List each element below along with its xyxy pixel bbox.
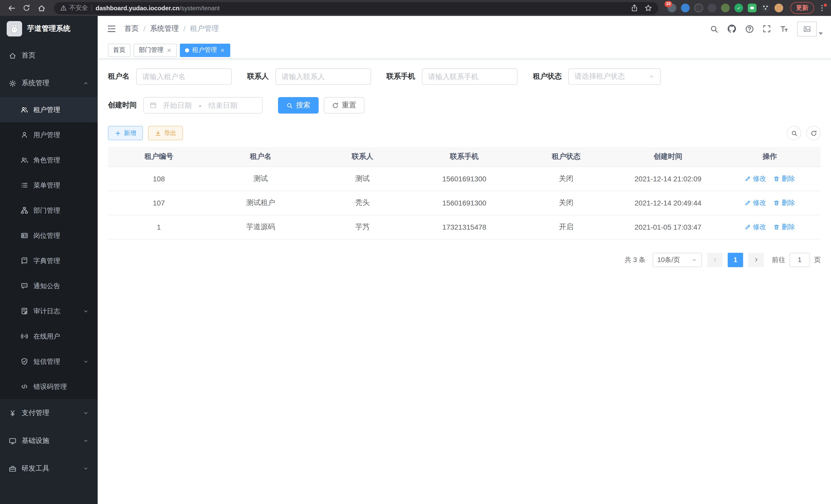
edit-button[interactable]: 修改	[745, 198, 766, 207]
browser-extension-icon-1[interactable]: 10	[667, 4, 676, 12]
tab-label: 部门管理	[139, 46, 164, 55]
filter-row-1: 租户名 联系人 联系手机	[108, 68, 821, 85]
app-logo[interactable]: 芋道管理系统	[0, 16, 98, 41]
font-size-button[interactable]	[780, 24, 789, 33]
prev-page-button[interactable]	[707, 253, 722, 267]
address-bar[interactable]: 不安全 dashboard.yudao.iocoder.cn/system/te…	[54, 2, 658, 14]
browser-extension-icon-5[interactable]	[721, 4, 730, 12]
sidebar-item-sms[interactable]: 短信管理	[0, 349, 98, 374]
sidebar-item-online-users[interactable]: 在线用户	[0, 324, 98, 349]
add-button[interactable]: 新增	[108, 126, 143, 140]
tab-tenant[interactable]: 租户管理	[180, 43, 230, 57]
sidebar-item-label: 系统管理	[22, 79, 49, 88]
browser-reload-button[interactable]	[20, 2, 33, 14]
refresh-table-button[interactable]	[806, 126, 821, 140]
sidebar-item-role[interactable]: 角色管理	[0, 147, 98, 173]
url-path: /system/tenant	[180, 4, 220, 11]
shield-icon	[21, 358, 28, 365]
date-start-field[interactable]	[159, 101, 196, 110]
sidebar-item-system[interactable]: 系统管理	[0, 69, 98, 97]
date-range-picker[interactable]: -	[143, 97, 263, 114]
page-number-button[interactable]: 1	[728, 253, 743, 267]
delete-label: 删除	[782, 174, 795, 183]
search-button[interactable]: 搜索	[278, 97, 319, 114]
page-url: dashboard.yudao.iocoder.cn/system/tenant	[95, 4, 220, 11]
security-chip[interactable]: 不安全	[60, 4, 88, 12]
sidebar-item-label: 菜单管理	[33, 181, 60, 190]
edit-button[interactable]: 修改	[745, 222, 766, 232]
edit-pencil-icon	[745, 175, 751, 182]
tags-view-bar: 首页 部门管理 租户管理	[98, 41, 831, 59]
contact-input[interactable]	[276, 68, 371, 85]
browser-extension-icon-2[interactable]	[681, 4, 690, 12]
fullscreen-button[interactable]	[763, 25, 771, 33]
cell-contact: 芋艿	[312, 215, 413, 239]
sidebar-item-post[interactable]: 岗位管理	[0, 223, 98, 248]
refresh-icon	[332, 102, 339, 109]
phone-field[interactable]	[428, 72, 511, 81]
status-select[interactable]: 请选择租户状态	[568, 68, 661, 85]
sidebar-item-menu[interactable]: 菜单管理	[0, 173, 98, 198]
sidebar-item-notice[interactable]: 通知公告	[0, 273, 98, 298]
browser-back-button[interactable]	[5, 2, 18, 14]
col-phone: 联系手机	[413, 147, 515, 167]
sidebar-item-infrastructure[interactable]: 基础设施	[0, 427, 98, 455]
browser-extension-icon-8[interactable]	[761, 4, 770, 12]
sidebar-item-audit-log[interactable]: 审计日志	[0, 298, 98, 324]
help-doc-button[interactable]	[745, 24, 754, 33]
sidebar-item-dept[interactable]: 部门管理	[0, 198, 98, 223]
close-icon[interactable]	[220, 48, 225, 53]
delete-button[interactable]: 删除	[773, 174, 795, 183]
next-page-button[interactable]	[748, 253, 764, 267]
gear-icon	[9, 79, 17, 87]
breadcrumb-system[interactable]: 系统管理	[150, 24, 179, 33]
browser-menu-button[interactable]	[818, 4, 826, 12]
browser-extension-icon-4[interactable]	[708, 4, 716, 12]
status-label: 租户状态	[533, 72, 562, 81]
tab-dept[interactable]: 部门管理	[134, 43, 177, 57]
github-link-button[interactable]	[727, 24, 737, 33]
tab-home[interactable]: 首页	[108, 43, 131, 57]
close-icon[interactable]	[167, 48, 172, 53]
toggle-search-button[interactable]	[787, 126, 801, 140]
cell-tenant-name: 测试租户	[210, 190, 311, 215]
sidebar-item-tenant[interactable]: 租户管理	[0, 97, 98, 122]
share-icon[interactable]	[631, 4, 638, 12]
browser-extension-icon-3[interactable]	[694, 4, 703, 12]
sidebar-item-dict[interactable]: 字典管理	[0, 248, 98, 273]
edit-button[interactable]: 修改	[745, 174, 766, 183]
tenant-name-field[interactable]	[142, 72, 226, 81]
browser-extension-icon-7[interactable]	[748, 4, 756, 12]
bookmark-star-icon[interactable]	[644, 4, 652, 12]
page-size-select[interactable]: 10条/页	[653, 253, 702, 267]
sidebar-item-error-code[interactable]: 错误码管理	[0, 374, 98, 399]
browser-update-button[interactable]: 更新	[791, 2, 814, 14]
user-avatar-menu[interactable]	[797, 21, 823, 36]
header-search-button[interactable]	[710, 24, 718, 33]
profile-avatar[interactable]	[774, 4, 783, 12]
export-button[interactable]: 导出	[148, 126, 183, 140]
tab-label: 租户管理	[192, 46, 217, 55]
date-end-field[interactable]	[204, 101, 241, 110]
sidebar-item-label: 错误码管理	[33, 382, 67, 391]
sidebar-item-user[interactable]: 用户管理	[0, 122, 98, 147]
page-unit-label: 页	[814, 255, 821, 264]
delete-button[interactable]: 删除	[773, 198, 795, 207]
tenant-name-input[interactable]	[136, 68, 232, 85]
phone-input[interactable]	[422, 68, 517, 85]
fold-menu-icon	[107, 24, 116, 33]
goto-page-input[interactable]	[790, 253, 810, 267]
reset-button[interactable]: 重置	[324, 97, 364, 114]
breadcrumb-home[interactable]: 首页	[124, 24, 139, 33]
delete-button[interactable]: 删除	[773, 222, 795, 232]
sidebar-item-home[interactable]: 首页	[0, 41, 98, 69]
sidebar-item-label: 租户管理	[33, 105, 60, 114]
delete-label: 删除	[782, 222, 795, 232]
sidebar-item-dev-tools[interactable]: 研发工具	[0, 455, 98, 482]
sidebar-item-payment[interactable]: 支付管理	[0, 399, 98, 427]
browser-home-button[interactable]	[35, 2, 48, 14]
contact-field[interactable]	[282, 72, 365, 81]
sidebar-collapse-button[interactable]	[107, 24, 116, 33]
browser-extension-icon-6[interactable]	[735, 4, 743, 12]
cell-contact: 测试	[312, 167, 413, 190]
